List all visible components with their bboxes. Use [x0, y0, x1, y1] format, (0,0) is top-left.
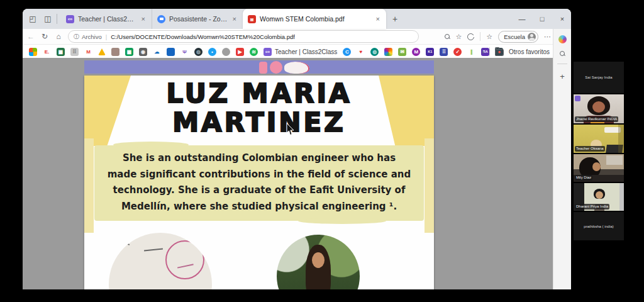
- new-tab-button[interactable]: +: [392, 14, 397, 24]
- k1-app-bookmark-icon[interactable]: K1: [426, 48, 434, 56]
- close-button[interactable]: ×: [557, 15, 567, 23]
- red-check-app-bookmark-icon[interactable]: ✓: [453, 48, 462, 56]
- zoom-favicon: [157, 15, 165, 23]
- participant-name-tag: Jhansi Ravikumar INDIA: [575, 116, 618, 122]
- info-icon[interactable]: ⓘ: [74, 33, 79, 41]
- tab-class2class[interactable]: co Teacher | Class2Class ×: [61, 9, 152, 29]
- split-screen-icon[interactable]: ◫: [43, 14, 53, 24]
- pdf-page: LUZ MARIA MARTINEZ She is an outstanding…: [84, 76, 434, 289]
- gray-circle-app-bookmark-icon[interactable]: [222, 48, 230, 56]
- participant-tile[interactable]: prathiksha ( india): [574, 212, 624, 240]
- add-sidebar-app-button[interactable]: +: [560, 72, 565, 81]
- edge-sidebar-rail: +: [553, 29, 571, 289]
- tab-label: Posasistente - Zoom: [169, 15, 228, 23]
- psi-app-bookmark-icon[interactable]: Ψ: [180, 48, 189, 56]
- google-drive-bookmark-icon[interactable]: [98, 48, 106, 55]
- tab-zoom[interactable]: Posasistente - Zoom ×: [152, 9, 243, 29]
- blue-app-bookmark-icon[interactable]: [167, 48, 175, 56]
- blue-bird-app-bookmark-icon[interactable]: •: [208, 48, 216, 56]
- tan-app-bookmark-icon[interactable]: [111, 48, 119, 56]
- profile-button[interactable]: Escuela: [498, 31, 538, 43]
- participant-tile[interactable]: Sai Sanjay India: [574, 62, 624, 93]
- participant-name: prathiksha ( india): [574, 212, 624, 240]
- refresh-icon[interactable]: ↻: [39, 32, 50, 41]
- minimize-button[interactable]: —: [517, 15, 527, 23]
- class2class-favicon: co: [264, 48, 272, 56]
- bookmark-label: Teacher | Class2Class: [275, 48, 337, 55]
- browser-essentials-icon[interactable]: [467, 33, 474, 40]
- pdf-content-area[interactable]: LUZ MARIA MARTINEZ She is an outstanding…: [23, 58, 553, 289]
- bookmarks-overflow-icon[interactable]: ›: [482, 48, 484, 55]
- file-scheme-label: Archivo: [82, 33, 102, 40]
- url-field[interactable]: ⓘ Archivo | C:/Users/DOCENTE/Downloads/W…: [68, 30, 419, 43]
- heart-app-bookmark-icon[interactable]: ♥: [357, 48, 365, 56]
- participant-tile[interactable]: Mily Diaz: [574, 154, 624, 182]
- browser-window: ◰ ◫ co Teacher | Class2Class × Posasiste…: [23, 9, 571, 289]
- participant-tile[interactable]: Dharani Priya India: [574, 183, 624, 211]
- green-mail-app-bookmark-icon[interactable]: ✉: [398, 48, 406, 56]
- gray-app-bookmark-icon[interactable]: ⠿: [70, 48, 79, 56]
- pdf-favicon: ▤: [248, 15, 256, 23]
- maximize-button[interactable]: □: [537, 15, 547, 23]
- more-menu-icon[interactable]: ⋯: [544, 33, 551, 41]
- divider: |: [106, 33, 107, 40]
- e-site-bookmark-icon[interactable]: E.: [43, 48, 51, 56]
- participant-tile[interactable]: Jhansi Ravikumar INDIA: [574, 94, 624, 123]
- photo-whiteboard: [109, 233, 212, 289]
- copilot-icon[interactable]: [558, 35, 567, 43]
- green-slash-app-bookmark-icon[interactable]: ∥: [467, 48, 475, 56]
- avatar: [528, 33, 536, 41]
- purple-m-app-bookmark-icon[interactable]: M: [412, 48, 420, 56]
- url-text: C:/Users/DOCENTE/Downloads/Womwn%20STEM%…: [111, 33, 295, 40]
- tab-label: Womwn STEM Colombia.pdf: [260, 15, 371, 23]
- color-wheel-app-bookmark-icon[interactable]: [384, 48, 392, 56]
- close-tab-icon[interactable]: ×: [231, 15, 238, 23]
- title-line-2: MARTINEZ: [84, 108, 434, 137]
- bookmark-icons-left: E.▦⠿M▦◉☁Ψ◍•▶≋: [29, 48, 258, 56]
- participant-strip: Sai Sanjay IndiaJhansi Ravikumar INDIATe…: [574, 62, 624, 242]
- photo-portrait: [277, 235, 360, 289]
- blue-c-app-bookmark-icon[interactable]: C: [343, 48, 351, 56]
- title-line-1: LUZ MARIA: [84, 79, 434, 108]
- paragraph-highlight-box: She is an outstanding Colombian engineer…: [94, 145, 424, 221]
- gmail-bookmark-icon[interactable]: M: [84, 48, 92, 56]
- youtube-bookmark-icon[interactable]: ▶: [236, 48, 244, 56]
- dark-circle-app-bookmark-icon[interactable]: ◍: [194, 48, 203, 56]
- microsoft-bookmark-icon[interactable]: [29, 48, 37, 56]
- tab-pdf-active[interactable]: ▤ Womwn STEM Colombia.pdf ×: [243, 9, 386, 29]
- bookmark-class2class[interactable]: co Teacher | Class2Class: [264, 48, 337, 56]
- workspaces-icon[interactable]: ◰: [28, 14, 38, 24]
- window-controls: — □ ×: [517, 9, 567, 29]
- onedrive-bookmark-icon[interactable]: ☁: [153, 48, 161, 56]
- google-sheets-bookmark-icon[interactable]: ▦: [125, 48, 133, 56]
- paragraph-text: She is an outstanding Colombian engineer…: [101, 150, 418, 215]
- mouse-cursor: [286, 123, 295, 136]
- cartoon-illustration: [259, 60, 325, 74]
- bookmarks-bar: E.▦⠿M▦◉☁Ψ◍•▶≋ co Teacher | Class2Class C…: [23, 45, 571, 59]
- other-favorites-button[interactable]: Otros favoritos: [509, 48, 550, 55]
- participant-name-tag: Mily Diaz: [575, 175, 592, 181]
- bookmarks-bar-right: › Otros favoritos: [482, 47, 550, 56]
- excel-bookmark-icon[interactable]: ▦: [57, 48, 65, 56]
- blue-grid-app-bookmark-icon[interactable]: ⠿: [440, 48, 448, 56]
- favorites-bar-icon[interactable]: ☆: [486, 33, 492, 41]
- green-circle-app-bookmark-icon[interactable]: ≋: [250, 48, 258, 56]
- favorite-star-icon[interactable]: ☆: [455, 33, 462, 41]
- page-title: LUZ MARIA MARTINEZ: [84, 79, 434, 137]
- camera-app-bookmark-icon[interactable]: ◉: [139, 48, 147, 56]
- zoom-search-icon[interactable]: [445, 34, 450, 39]
- close-tab-icon[interactable]: ×: [375, 15, 381, 23]
- zoom-screenshare-view: ◰ ◫ co Teacher | Class2Class × Posasiste…: [0, 0, 644, 302]
- sidebar-search-icon[interactable]: [560, 51, 565, 56]
- address-bar-actions: ☆ ☆ Escuela ⋯: [445, 29, 551, 44]
- participant-name-tag: Teacher Oksana: [575, 146, 605, 152]
- back-icon[interactable]: ←: [25, 32, 36, 41]
- divider: [489, 47, 490, 56]
- close-tab-icon[interactable]: ×: [140, 15, 147, 23]
- divider: [557, 64, 567, 64]
- yellow-edge-left: [84, 138, 94, 233]
- home-icon[interactable]: ⌂: [53, 32, 64, 41]
- tab-label: Teacher | Class2Class: [78, 15, 136, 23]
- globe-app-bookmark-icon[interactable]: ◍: [370, 48, 379, 56]
- participant-tile[interactable]: Teacher Oksana: [574, 125, 624, 153]
